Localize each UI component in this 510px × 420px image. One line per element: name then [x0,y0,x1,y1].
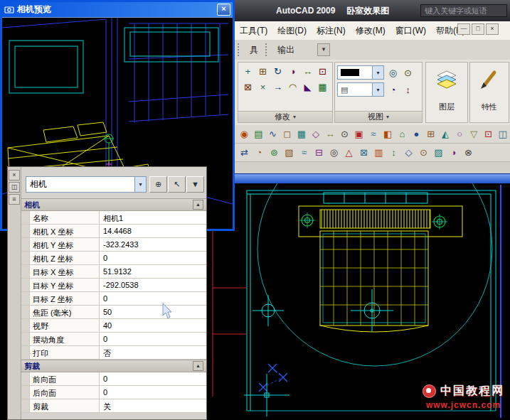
menu-item[interactable]: 标注(N) [312,23,351,38]
zoom-icon[interactable]: ◔ [386,83,400,97]
box-icon[interactable]: ⊞ [425,127,437,141]
menu-item[interactable]: 修改(M) [351,23,391,38]
autohide-button[interactable]: ◫ [9,182,20,193]
object-type-dropdown[interactable]: 相机 ▾ [26,176,147,193]
mapping-icon[interactable]: ◇ [309,127,322,141]
layers-panel[interactable]: 图层 [425,62,468,123]
collapse-icon[interactable]: ▲ [193,361,203,371]
property-value[interactable]: 0 [100,386,206,399]
chevron-down-icon[interactable]: ▾ [134,177,146,192]
sphere-icon[interactable]: ● [410,127,423,141]
pan-icon[interactable]: ↕ [401,83,415,97]
property-value[interactable]: 0 [100,252,206,264]
doc-close-button[interactable]: × [486,23,499,35]
select-objects-button[interactable]: ↖ [168,176,186,193]
panel-label-view[interactable]: 视图 ▾ [335,111,422,122]
bullseye-icon[interactable]: ◎ [327,146,341,159]
dot-circle-icon[interactable]: ⊙ [417,146,430,159]
triangle-icon[interactable]: △ [342,146,356,159]
tensor-icon[interactable]: ⊗ [462,146,475,159]
orbit-icon[interactable]: ⊙ [338,127,351,141]
rotate-icon[interactable]: ↻ [271,65,285,78]
layer-dropdown[interactable]: ▤ ▾ [337,82,384,97]
lights-icon[interactable]: ∿ [266,127,279,141]
target-icon[interactable]: ⊚ [267,146,281,159]
bed[interactable] [320,231,428,332]
extend-icon[interactable]: → [271,80,285,94]
point-markers[interactable] [259,364,287,392]
pie-icon[interactable]: ◔ [253,146,266,159]
doc-minimize-button[interactable]: — [457,23,470,35]
array-icon[interactable]: ▦ [316,80,329,94]
collapse-icon[interactable]: ▲ [193,200,203,210]
wall-lamp-right[interactable] [432,214,447,230]
named-views-icon[interactable]: ◎ [386,66,400,80]
minus-box-icon[interactable]: ⊟ [312,146,326,159]
close-button[interactable]: × [217,4,230,16]
output-toolbar-label[interactable]: 输出 [273,44,299,56]
property-value[interactable]: 否 [100,346,206,359]
property-value[interactable]: -292.0538 [100,279,206,291]
property-value[interactable]: 相机1 [100,211,206,224]
swap-icon[interactable]: ⇄ [238,146,251,159]
close-box-icon[interactable]: ⊠ [357,146,371,159]
toolbar-grip[interactable] [238,43,241,56]
render-icon[interactable]: ◉ [238,127,250,141]
search-input[interactable] [420,4,507,17]
menu-item[interactable]: 窗口(W) [391,23,431,38]
home-icon[interactable]: ⌂ [395,127,408,141]
property-value[interactable]: 0 [100,372,206,385]
half-icon[interactable]: ◑ [447,146,460,159]
menu-item[interactable]: 绘图(D) [272,23,312,38]
sun-icon[interactable]: ◻ [281,127,294,141]
property-value[interactable]: 51.9132 [100,265,206,278]
section-icon[interactable]: ◧ [381,127,394,141]
doc-restore-button[interactable]: □ [472,23,484,35]
headboard-hatch[interactable] [320,210,430,228]
fillet-icon[interactable]: ◠ [286,80,299,94]
property-value[interactable]: 40 [100,319,206,332]
quick-select-button[interactable]: ▼ [186,176,204,193]
copy-icon[interactable]: ⊞ [256,65,270,78]
pyramid-icon[interactable]: ◭ [439,127,452,141]
section-header[interactable]: 相机 ▲ [21,198,206,211]
overflow-arrow-icon[interactable]: ▾ [317,43,330,56]
wave-icon[interactable]: ≈ [297,146,311,159]
circle-icon[interactable]: ○ [453,127,466,141]
color-dropdown[interactable]: ▾ [337,65,384,80]
slice-icon[interactable]: ⊡ [482,127,494,141]
camera-icon[interactable]: ⊙ [401,66,415,80]
stretch-icon[interactable]: ↔ [301,65,314,78]
move-icon[interactable]: + [241,65,255,78]
property-value[interactable]: 0 [100,333,206,345]
section-header[interactable]: 剪裁 ▲ [21,360,206,372]
properties-menu-button[interactable]: ≡ [9,194,20,205]
property-value[interactable]: -323.2433 [100,238,206,251]
chevron-down-icon[interactable]: ▾ [372,83,383,96]
wall-lamp-left[interactable] [299,212,315,228]
camera-tool-icon[interactable]: ▣ [353,127,366,141]
preview-titlebar[interactable]: 相机预览 × [2,2,233,17]
left-wall-red-lines[interactable] [213,222,247,397]
materials-icon[interactable]: ▤ [252,127,265,141]
diag-hatch-icon[interactable]: ▨ [432,146,445,159]
distance-icon[interactable]: ≈ [367,127,380,141]
property-value[interactable]: 0 [100,292,206,305]
erase-icon[interactable]: ⊠ [241,80,255,94]
drawing-area[interactable]: 中国教程网 www.jcwcn.com [204,183,510,420]
trim-icon[interactable]: × [256,80,270,94]
property-value[interactable]: 关 [100,399,206,412]
cone-icon[interactable]: ▽ [467,127,480,141]
menu-item[interactable]: 工具(T) [235,23,272,38]
properties-panel[interactable]: 特性 [469,62,509,123]
toolbar-grip[interactable] [265,43,269,56]
chamfer-icon[interactable]: ◣ [301,80,314,94]
pickadd-toggle-button[interactable]: ⊕ [149,176,167,193]
close-button[interactable]: × [9,170,20,181]
property-value[interactable]: 14.4468 [100,225,206,237]
scale-icon[interactable]: ⊡ [316,65,329,78]
diamond-icon[interactable]: ◇ [402,146,415,159]
move-gizmo-icon[interactable]: ↔ [324,127,336,141]
texture-icon[interactable]: ▦ [295,127,308,141]
vertical-icon[interactable]: ↕ [387,146,400,159]
